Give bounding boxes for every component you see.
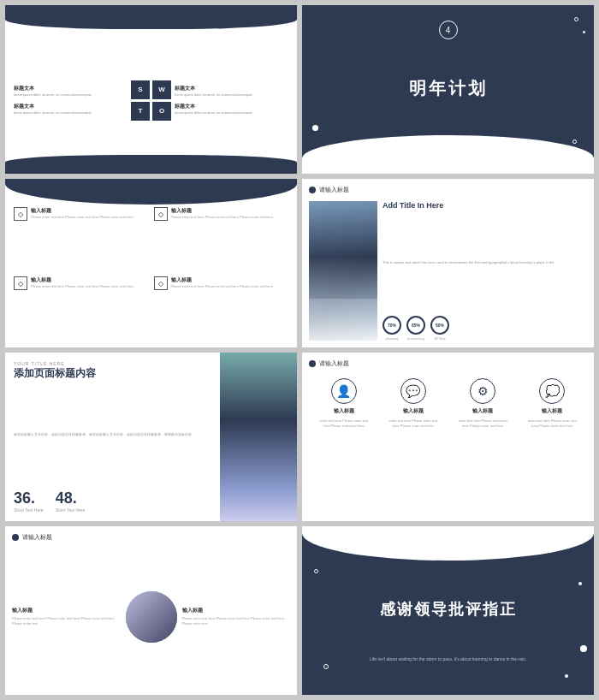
progress-row: 70% planning 85% processing 50% 30 Year xyxy=(383,316,587,341)
slide-3-item-1-text: 输入标题 Please enter text here Please enter… xyxy=(171,207,274,220)
slide-1: 请输入标题 标题文本 lorem ipsum dolor sit amet, e… xyxy=(5,5,297,174)
slide-3-item-0: ◇ 输入标题 Please enter text here Please ent… xyxy=(14,207,149,271)
stat-0-num: 36. xyxy=(14,489,44,507)
dot-outline-8-2 xyxy=(323,664,329,669)
slide-6-header: 请输入标题 xyxy=(302,353,594,371)
diamond-icon-3: ◇ xyxy=(154,276,168,290)
progress-item-1: 85% processing xyxy=(406,316,425,341)
circle-progress-0: 70% xyxy=(383,316,401,335)
swot-item-2: 标题文本 lorem ipsum dolor sit amet, ex comm… xyxy=(175,85,288,98)
stat-0: 36. Short Text Here xyxy=(14,489,44,513)
slide-6: 请输入标题 👤 输入标题 enter text here Please ente… xyxy=(302,353,594,521)
main-heading: 添加页面标题内容 xyxy=(14,366,211,381)
wave-bottom xyxy=(302,135,594,174)
swot-item-1-text: lorem ipsum dolor sit amet, ex commodoco… xyxy=(14,110,128,116)
slide-6-icon-0-desc: enter text here Please enter text here P… xyxy=(318,418,370,428)
circle-progress-1: 85% xyxy=(406,316,425,335)
swot-box-w: W xyxy=(152,80,171,99)
add-title: Add Title In Here xyxy=(383,201,587,210)
slide-6-icon-col-0: 👤 输入标题 enter text here Please enter text… xyxy=(318,378,370,428)
top-wave xyxy=(5,5,297,29)
right-photo xyxy=(220,353,297,521)
swot-item-3: 标题文本 lorem ipsum dolor sit amet, ex comm… xyxy=(175,103,288,116)
stat-1: 48. Short Text Here xyxy=(56,489,86,513)
slide-3-item-3: ◇ 输入标题 Please enter text here Please ent… xyxy=(154,276,289,341)
progress-item-0: 70% planning xyxy=(383,316,401,341)
slide-7-item-0-title: 输入标题 xyxy=(12,607,121,614)
slide-6-icon-2-title: 输入标题 xyxy=(472,407,493,415)
slide-7-item-1-title: 输入标题 xyxy=(182,607,291,614)
slide-6-icons-row: 👤 输入标题 enter text here Please enter text… xyxy=(302,371,594,435)
photo-overlay xyxy=(220,353,297,521)
slide-6-icon-1-desc: enter text here Please enter text here P… xyxy=(388,418,439,428)
diamond-icon-0: ◇ xyxy=(14,207,27,221)
slide-7-text-right: 输入标题 Please enter text here Please enter… xyxy=(182,607,291,626)
swot-box-t: T xyxy=(131,102,150,121)
slide-7-header: 请输入标题 xyxy=(5,526,297,545)
stat-1-num: 48. xyxy=(56,489,86,507)
swot-item-0-text: lorem ipsum dolor sit amet, ex commodoco… xyxy=(14,92,128,98)
slide-8-wave-top xyxy=(302,526,594,561)
progress-label-2: 30 Year xyxy=(430,336,449,341)
number-badge: 4 xyxy=(439,21,458,39)
slide-7-header-title: 请输入标题 xyxy=(22,533,52,542)
dot-8-3 xyxy=(580,645,587,652)
slide-4: 请输入标题 Add Title In Here This is sample t… xyxy=(302,179,594,347)
slide-7-item-1-desc: Please enter text here Please enter text… xyxy=(182,616,291,626)
speech-icon: 💭 xyxy=(539,378,565,404)
slide-5: YOUR TITLE HERE 添加页面标题内容 请在此处输入文本内容，此处内容… xyxy=(5,353,297,521)
slide-3-item-3-text: 输入标题 Please enter text here Please enter… xyxy=(171,276,274,289)
slide-7-content: 输入标题 Please enter text here Please enter… xyxy=(5,545,297,695)
slide-5-left: YOUR TITLE HERE 添加页面标题内容 请在此处输入文本内容，此处内容… xyxy=(5,353,220,521)
slide-3-item-0-text: 输入标题 Please enter text here Please enter… xyxy=(31,207,133,220)
gear-icon: ⚙ xyxy=(470,378,495,404)
slide-6-icon-col-3: 💭 输入标题 enter text here Please enter text… xyxy=(526,378,578,428)
slide-5-content: YOUR TITLE HERE 添加页面标题内容 请在此处输入文本内容，此处内容… xyxy=(5,353,297,521)
slide-3-items: ◇ 输入标题 Please enter text here Please ent… xyxy=(5,200,297,347)
swot-box-s: S xyxy=(131,80,150,99)
swot-item-1: 标题文本 lorem ipsum dolor sit amet, ex comm… xyxy=(14,103,128,116)
building-photo xyxy=(309,201,377,341)
slide-7: 请输入标题 输入标题 Please enter text here Please… xyxy=(5,526,297,695)
swot-item-1-label: 标题文本 xyxy=(14,103,128,110)
progress-label-0: planning xyxy=(383,336,401,341)
body-text: 请在此处输入文本内容，此处内容仅供排版参考。请在此处输入文本内容，此处内容仅供排… xyxy=(14,432,211,437)
swot-left: 标题文本 lorem ipsum dolor sit amet, ex comm… xyxy=(14,85,128,115)
slide-8: 感谢领导批评指正 Life isn't about waiting for th… xyxy=(302,526,594,695)
slide-2-title: 明年计划 xyxy=(409,77,488,100)
slide-4-text-panel: Add Title In Here This is sample text wh… xyxy=(383,201,587,341)
add-desc: This is sample text which has been used … xyxy=(383,260,587,265)
slide-8-sub-text: Life isn't about waiting for the storm t… xyxy=(370,656,526,661)
dot-outline-8-1 xyxy=(314,569,318,573)
slide-6-icon-0-title: 输入标题 xyxy=(334,407,354,415)
slide-3-item-1: ◇ 输入标题 Please enter text here Please ent… xyxy=(154,207,289,271)
swot-item-3-text: lorem ipsum dolor sit amet, ex commodoco… xyxy=(175,110,288,116)
stat-1-label: Short Text Here xyxy=(56,507,86,513)
slide-3: 请输入标题 ◇ 输入标题 Please enter text here Plea… xyxy=(5,179,297,347)
slide-7-text-left: 输入标题 Please enter text here Please enter… xyxy=(12,607,121,626)
swot-item-0: 标题文本 lorem ipsum dolor sit amet, ex comm… xyxy=(14,85,128,98)
swot-item-2-text: lorem ipsum dolor sit amet, ex commodoco… xyxy=(175,92,288,98)
slide-6-icon-1-title: 输入标题 xyxy=(403,407,424,415)
swot-matrix: S W T O xyxy=(131,80,171,121)
bottom-wave xyxy=(5,155,297,174)
circle-progress-2: 50% xyxy=(430,316,449,335)
slide-4-header-title: 请输入标题 xyxy=(319,186,349,194)
swot-item-2-label: 标题文本 xyxy=(175,85,288,92)
progress-label-1: processing xyxy=(406,336,425,341)
circle-photo xyxy=(126,591,177,643)
person-icon: 👤 xyxy=(331,378,357,404)
building-bg xyxy=(309,201,377,341)
dot-outline-2 xyxy=(572,139,577,144)
swot-item-0-label: 标题文本 xyxy=(14,85,128,92)
thank-title: 感谢领导批评指正 xyxy=(380,598,517,619)
diamond-icon-2: ◇ xyxy=(14,276,27,290)
slide-7-bullet xyxy=(12,534,19,541)
slide-6-icon-3-desc: enter text here Please enter text here P… xyxy=(526,418,578,428)
dot-1 xyxy=(583,31,585,33)
slide-3-item-2: ◇ 输入标题 Please enter text here Please ent… xyxy=(14,276,149,341)
swot-grid: 标题文本 lorem ipsum dolor sit amet, ex comm… xyxy=(5,27,297,174)
chat-icon: 💬 xyxy=(400,378,426,404)
swot-item-3-label: 标题文本 xyxy=(175,103,288,110)
slide-2: 4 明年计划 xyxy=(302,5,594,174)
